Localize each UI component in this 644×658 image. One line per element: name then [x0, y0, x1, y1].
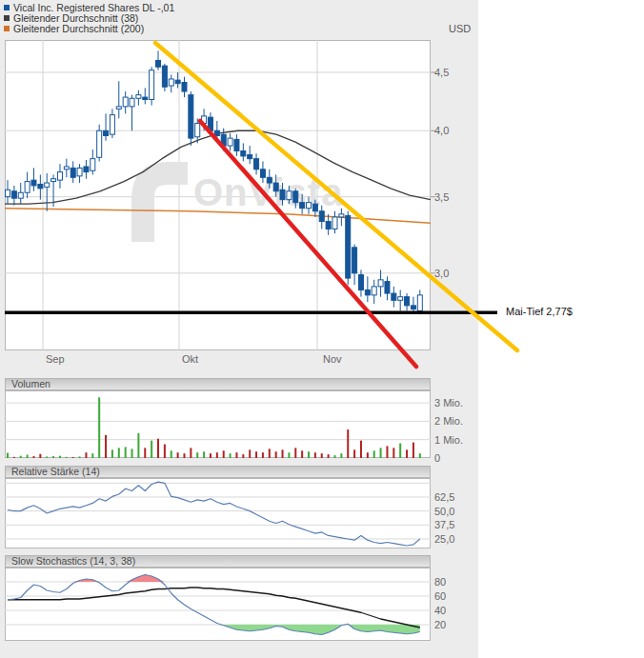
month-axis-label: Nov	[323, 353, 342, 365]
stochastics-axis-label: 40	[434, 605, 446, 616]
main-price-plot	[5, 40, 431, 350]
price-axis-label: 3,5	[434, 191, 449, 203]
ma200-swatch	[4, 26, 10, 31]
month-axis-label: Sep	[46, 353, 65, 365]
volume-panel-title: Volumen	[11, 378, 50, 389]
stochastics-plot	[5, 568, 431, 641]
volume-axis-label: 1 Mio.	[434, 434, 463, 446]
ma200-label: Gleitender Durchschnitt (200)	[13, 23, 144, 34]
rsi-plot	[5, 478, 431, 548]
ma38-swatch	[4, 15, 10, 21]
price-axis-label: 4,5	[434, 67, 449, 78]
legend: Vical Inc. Registered Shares DL -,01 Gle…	[4, 2, 174, 33]
legend-item-instrument: Vical Inc. Registered Shares DL -,01	[4, 2, 174, 12]
instrument-swatch	[4, 5, 10, 10]
rsi-panel-header: Relative Stärke (14)	[5, 466, 431, 478]
price-axis-label: 3,0	[434, 268, 449, 279]
currency-unit-label: USD	[449, 23, 471, 34]
stock-chart-page: Volumen Relative Stärke (14) Slow Stocha…	[0, 0, 644, 658]
stochastics-axis-label: 60	[434, 590, 446, 602]
rsi-axis-label: 50,0	[434, 506, 454, 517]
stochastics-axis-label: 80	[434, 576, 446, 588]
price-axis-label: 4,0	[434, 125, 449, 136]
volume-axis-label: 3 Mio.	[434, 397, 463, 409]
rsi-axis-label: 62,5	[434, 491, 454, 503]
stochastics-panel-header: Slow Stochastics (14, 3, 38)	[5, 555, 431, 568]
volume-plot	[5, 390, 431, 458]
stochastics-axis-label: 20	[434, 619, 446, 630]
legend-item-ma200: Gleitender Durchschnitt (200)	[4, 23, 174, 33]
stochastics-panel-title: Slow Stochastics (14, 3, 38)	[11, 555, 135, 567]
rsi-axis-label: 37,5	[434, 519, 454, 530]
volume-axis-label: 2 Mio.	[434, 415, 463, 427]
rsi-axis-label: 25,0	[434, 533, 454, 545]
support-line-label: Mai-Tief 2,77$	[506, 306, 573, 317]
month-axis-label: Okt	[182, 353, 198, 365]
volume-panel-header: Volumen	[5, 378, 431, 390]
rsi-panel-title: Relative Stärke (14)	[11, 466, 100, 477]
legend-item-ma38: Gleitender Durchschnitt (38)	[4, 12, 174, 23]
volume-axis-label: 0	[434, 452, 440, 464]
